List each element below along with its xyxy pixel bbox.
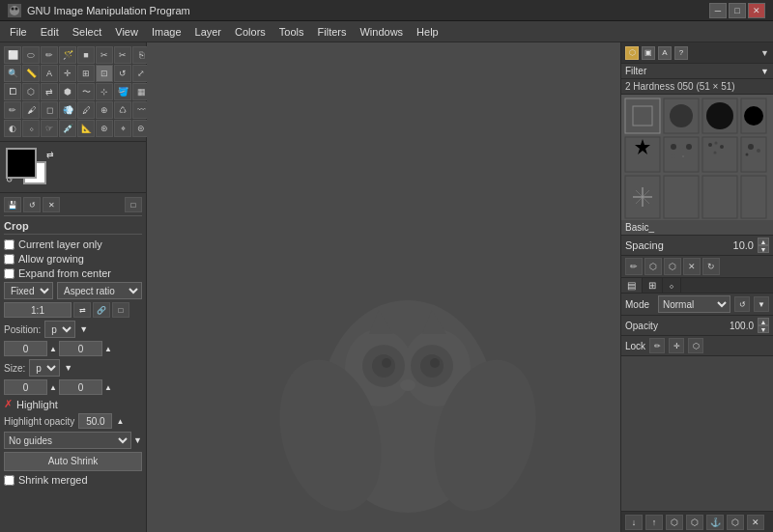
tool-heal[interactable]: ⊕: [96, 101, 113, 119]
tool-flip[interactable]: ⇄: [41, 83, 58, 100]
tool-move[interactable]: ✛: [59, 65, 76, 82]
menu-edit[interactable]: Edit: [35, 24, 65, 40]
close-button[interactable]: ✕: [748, 3, 765, 18]
menu-tools[interactable]: Tools: [273, 24, 310, 40]
ratio-input[interactable]: [4, 302, 72, 318]
size-y-spinner[interactable]: ▲: [104, 383, 112, 392]
mode-select[interactable]: Normal: [658, 295, 730, 313]
lock-position-btn[interactable]: ✛: [669, 338, 684, 353]
expand-from-center-checkbox[interactable]: [4, 268, 14, 279]
tool-paintbrush[interactable]: 🖌: [22, 101, 40, 119]
tool-paths[interactable]: ⬦: [22, 120, 40, 137]
no-guides-select[interactable]: No guides: [4, 432, 131, 449]
tool-select-by-color[interactable]: ■: [77, 46, 95, 64]
tool-eyedropper[interactable]: 💉: [59, 120, 76, 137]
opacity-down-btn[interactable]: ▼: [758, 325, 769, 333]
size-x-input[interactable]: [4, 379, 47, 395]
tool-crop[interactable]: ⊡: [96, 65, 113, 82]
tool-warp[interactable]: 〜: [77, 83, 95, 100]
maximize-button[interactable]: □: [729, 3, 746, 18]
gradient-icon[interactable]: A: [658, 46, 672, 60]
tool-zoom[interactable]: 🔍: [4, 65, 21, 82]
position-y-input[interactable]: [59, 341, 102, 356]
size-unit-select[interactable]: px: [29, 359, 60, 377]
help-icon[interactable]: ?: [674, 46, 688, 60]
tool-perspective[interactable]: ⬡: [22, 83, 40, 100]
tool-measure[interactable]: 📏: [22, 65, 40, 82]
swap-colors-icon[interactable]: ⇄: [46, 150, 54, 159]
tool-rect-select[interactable]: ⬜: [4, 46, 21, 64]
position-dropdown-icon[interactable]: ▼: [79, 324, 88, 334]
brush-icon[interactable]: ⬡: [625, 46, 639, 60]
tool-cut[interactable]: ✂: [114, 46, 131, 64]
tab-layers[interactable]: ▤: [621, 278, 643, 293]
tool-scissors[interactable]: ✂: [96, 46, 113, 64]
tool-dodge[interactable]: ◐: [4, 120, 21, 137]
options-restore-btn[interactable]: ↺: [23, 197, 41, 212]
tool-free-select[interactable]: ✏: [41, 46, 58, 64]
tool-measure2[interactable]: 📐: [77, 120, 95, 137]
tool-cage[interactable]: ⬢: [59, 83, 76, 100]
spacing-up-btn[interactable]: ▲: [758, 238, 769, 245]
brush-delete-btn[interactable]: ✕: [683, 258, 701, 275]
mode-reset-btn[interactable]: ↺: [734, 296, 750, 312]
lock-alpha-btn[interactable]: ⬡: [688, 338, 703, 353]
color-swatches[interactable]: ⇄ ↺: [6, 148, 54, 186]
foreground-color[interactable]: [6, 148, 37, 179]
position-x-spinner-up[interactable]: ▲: [49, 345, 57, 353]
pattern-icon[interactable]: ▣: [642, 46, 655, 60]
spacing-spinner[interactable]: ▲ ▼: [758, 238, 769, 253]
highlight-opacity-input[interactable]: [78, 413, 112, 429]
ratio-chain-btn[interactable]: 🔗: [93, 302, 110, 318]
auto-shrink-button[interactable]: Auto Shrink: [4, 452, 142, 471]
tool-ellipse-select[interactable]: ⬭: [22, 46, 40, 64]
tool-text[interactable]: A: [41, 65, 58, 82]
shrink-merged-checkbox[interactable]: [4, 475, 14, 486]
size-y-input[interactable]: [59, 379, 102, 395]
no-guides-dropdown-icon[interactable]: ▼: [133, 435, 142, 445]
tool-clone[interactable]: ♺: [114, 101, 131, 119]
layer-merge-btn[interactable]: ⬡: [727, 515, 744, 530]
menu-colors[interactable]: Colors: [229, 24, 272, 40]
position-x-input[interactable]: [4, 341, 47, 356]
tool-ink[interactable]: 🖊: [77, 101, 95, 119]
options-save-btn[interactable]: 💾: [4, 197, 21, 212]
opacity-up-btn[interactable]: ▲: [758, 318, 769, 325]
layer-duplicate-btn[interactable]: ⬡: [686, 515, 703, 530]
size-dropdown-icon[interactable]: ▼: [64, 363, 72, 373]
menu-select[interactable]: Select: [67, 24, 108, 40]
allow-growing-checkbox[interactable]: [4, 254, 14, 265]
ratio-swap-btn[interactable]: ⇄: [73, 302, 91, 318]
tool-extra1[interactable]: ⊛: [96, 120, 113, 137]
layer-down-btn[interactable]: ↓: [625, 515, 643, 530]
panel-menu-btn[interactable]: ▼: [760, 48, 769, 58]
current-layer-only-checkbox[interactable]: [4, 239, 14, 250]
menu-file[interactable]: File: [4, 24, 33, 40]
layer-anchor-btn[interactable]: ⚓: [706, 515, 724, 530]
options-menu-btn[interactable]: □: [125, 197, 142, 212]
menu-image[interactable]: Image: [146, 24, 187, 40]
filter-dropdown-icon[interactable]: ▼: [760, 67, 769, 76]
spacing-down-btn[interactable]: ▼: [758, 245, 769, 253]
tool-eraser[interactable]: ◻: [41, 101, 58, 119]
aspect-ratio-select[interactable]: Aspect ratio: [57, 282, 142, 299]
layer-up-btn[interactable]: ↑: [645, 515, 663, 530]
menu-help[interactable]: Help: [411, 24, 444, 40]
tool-pencil[interactable]: ✏: [4, 101, 21, 119]
tool-shear[interactable]: ⧠: [4, 83, 21, 100]
brush-edit-btn[interactable]: ✏: [625, 258, 643, 275]
tool-extra2[interactable]: ⌖: [114, 120, 131, 137]
tool-airbrush[interactable]: 💨: [59, 101, 76, 119]
lock-pixels-btn[interactable]: ✏: [649, 338, 665, 353]
mode-menu-btn[interactable]: ▼: [754, 296, 769, 312]
size-x-spinner[interactable]: ▲: [49, 383, 57, 392]
tab-channels[interactable]: ⊞: [643, 278, 663, 293]
brush-refresh-btn[interactable]: ↻: [702, 258, 720, 275]
window-controls[interactable]: ─ □ ✕: [709, 3, 765, 18]
opacity-spinner[interactable]: ▲ ▼: [758, 318, 769, 333]
highlight-opacity-spinner[interactable]: ▲: [116, 417, 124, 426]
menu-filters[interactable]: Filters: [312, 24, 353, 40]
tool-fuzzy-select[interactable]: 🪄: [59, 46, 76, 64]
position-y-spinner-up[interactable]: ▲: [104, 345, 112, 353]
fixed-select[interactable]: Fixed: [4, 282, 53, 299]
